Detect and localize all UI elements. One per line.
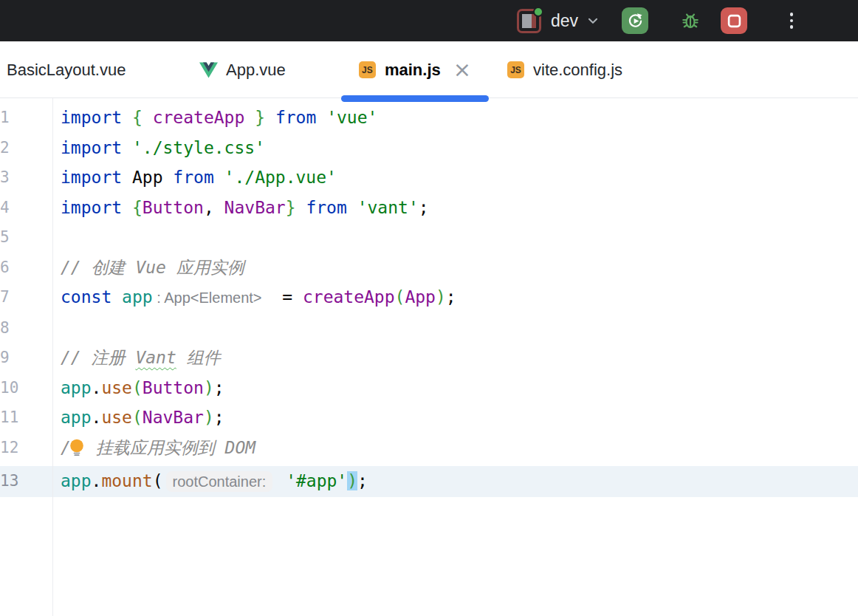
code-token: app (122, 287, 153, 307)
code-token (122, 108, 132, 127)
code-line: 3import App from './App.vue' (0, 162, 858, 193)
code-line: 10app.use(Button); (0, 373, 858, 403)
running-indicator-dot (533, 7, 543, 17)
type-hint: : App<Element> (153, 290, 262, 306)
stop-icon (727, 14, 741, 28)
code-token: ) (204, 408, 214, 427)
code-token: ) (204, 378, 214, 397)
code-token: // 注册 (61, 348, 135, 367)
code-line-content (53, 222, 858, 253)
tab-label: vite.config.js (533, 61, 622, 80)
code-token: createApp (303, 287, 395, 307)
code-token: ; (419, 198, 429, 217)
code-line-content: const app : App<Element> = createApp(App… (53, 282, 858, 313)
chevron-down-icon[interactable] (586, 14, 600, 27)
tab-basiclayout-vue[interactable]: BasicLayout.vue (7, 41, 126, 98)
code-token (244, 108, 255, 127)
code-line-content: import App from './App.vue' (53, 162, 858, 193)
run-widget: dev (517, 7, 799, 34)
code-token: app (61, 408, 92, 427)
tab-label: BasicLayout.vue (7, 61, 126, 80)
code-token: use (101, 408, 132, 427)
code-token: from (275, 108, 316, 127)
code-token: Button (143, 378, 204, 397)
code-token: createApp (153, 108, 245, 127)
line-number: 4 (0, 193, 53, 223)
code-token: import (61, 108, 122, 127)
code-line-content: app.use(Button); (53, 373, 858, 403)
debug-button[interactable] (678, 7, 703, 34)
line-number: 10 (0, 373, 53, 403)
code-token: '#app' (286, 471, 347, 490)
line-number: 7 (0, 282, 53, 313)
code-token: from (173, 168, 213, 187)
code-line: 7const app : App<Element> = createApp(Ap… (0, 282, 858, 313)
line-number: 9 (0, 343, 53, 373)
code-token (111, 287, 122, 307)
line-number: 6 (0, 253, 53, 283)
code-token (122, 138, 132, 157)
js-file-icon: JS (359, 61, 376, 78)
code-token (143, 108, 153, 127)
code-token: ; (214, 378, 224, 397)
code-token: , (204, 198, 224, 217)
stop-button[interactable] (721, 7, 747, 34)
code-token: ) (436, 287, 446, 307)
code-line: 12/ 挂载应用实例到 DOM (0, 433, 858, 467)
more-options-button[interactable] (784, 7, 799, 34)
code-line: 8 (0, 313, 858, 343)
code-line: 11app.use(NavBar); (0, 403, 858, 433)
vue-icon (199, 62, 218, 78)
tab-label: main.js (385, 61, 441, 80)
code-area: 1import { createApp } from 'vue'2import … (0, 98, 858, 497)
gutter-separator (52, 98, 53, 616)
code-token: . (92, 378, 102, 397)
code-token: import (61, 168, 122, 187)
code-line: 9// 注册 Vant 组件 (0, 343, 858, 373)
code-token: NavBar (143, 408, 204, 427)
code-token: App (405, 287, 436, 307)
line-number: 3 (0, 162, 53, 193)
code-line: 13app.mount(rootContainer: '#app'); (0, 466, 858, 497)
code-token (265, 108, 275, 127)
kebab-menu-icon (790, 13, 794, 16)
code-editor[interactable]: 1import { createApp } from 'vue'2import … (0, 98, 858, 616)
line-number: 11 (0, 403, 53, 433)
run-config-name[interactable]: dev (551, 11, 578, 31)
code-token: './style.css' (132, 138, 265, 157)
code-token: . (92, 408, 102, 427)
line-number: 12 (0, 433, 53, 467)
typo-squiggle-token: Vant (135, 348, 176, 367)
tab-main-js[interactable]: JS main.js × (341, 41, 489, 98)
tab-app-vue[interactable]: App.vue (199, 41, 286, 98)
code-token: use (101, 378, 132, 397)
code-line: 4import {Button, NavBar} from 'vant'; (0, 193, 858, 223)
code-token: 'vant' (357, 198, 419, 217)
code-token: app (61, 471, 92, 490)
code-token: 组件 (176, 348, 221, 367)
code-token (316, 108, 326, 127)
code-token (214, 168, 224, 187)
code-token: // 创建 Vue 应用实例 (61, 258, 244, 277)
rerun-button[interactable] (622, 7, 648, 34)
code-token: 挂载应用实例到 DOM (86, 438, 255, 457)
code-line: 1import { createApp } from 'vue' (0, 103, 858, 133)
code-line: 5 (0, 222, 858, 253)
code-token: { (132, 198, 143, 217)
npm-run-config-icon[interactable] (517, 9, 541, 33)
tab-vite-config-js[interactable]: JS vite.config.js (507, 41, 622, 98)
code-line-content (53, 313, 858, 343)
close-icon[interactable]: × (453, 59, 471, 81)
code-token: import (61, 138, 122, 157)
code-line-content: // 注册 Vant 组件 (53, 343, 858, 373)
code-token (347, 198, 357, 217)
code-token: './App.vue' (224, 168, 337, 187)
code-token: ( (153, 471, 163, 490)
rerun-icon (627, 13, 644, 30)
line-number: 1 (0, 103, 53, 133)
intention-bulb-icon[interactable] (69, 437, 85, 467)
code-line-content: import './style.css' (53, 133, 858, 163)
line-number: 13 (0, 466, 53, 497)
code-token: import (61, 198, 122, 217)
code-token: } (255, 108, 265, 127)
